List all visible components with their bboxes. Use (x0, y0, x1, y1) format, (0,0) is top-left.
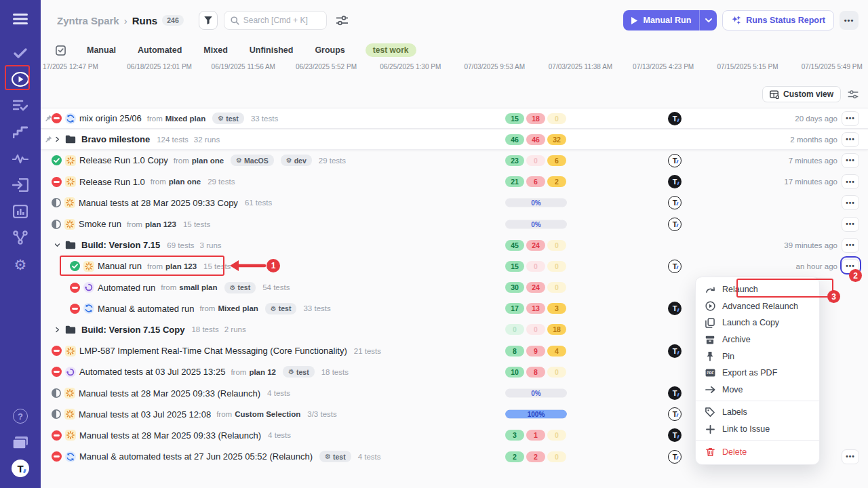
updated-time: 7 minutes ago (789, 150, 837, 171)
tab-mixed[interactable]: Mixed (193, 45, 238, 55)
tab-unfinished[interactable]: Unfinished (239, 45, 304, 55)
group-row[interactable]: Bravo milestone124 tests32 runs4646322 m… (41, 129, 868, 150)
user-avatar[interactable]: T (12, 460, 29, 477)
filter-button[interactable] (199, 11, 218, 30)
settings-gear-icon[interactable]: ⚙ (11, 255, 30, 274)
checks-icon[interactable] (11, 43, 30, 62)
stat-badge-red: 18 (526, 113, 545, 124)
menu-item-delete[interactable]: Delete (696, 443, 819, 460)
row-more-button[interactable]: ••• (842, 153, 859, 168)
run-stats: 0% (505, 220, 567, 228)
search-placeholder: Search [Cmd + K] (243, 16, 308, 25)
plus-icon (705, 425, 715, 434)
custom-view-button[interactable]: Custom view (762, 86, 841, 102)
menu-item-advanced-relaunch[interactable]: Advanced Relaunch (696, 298, 819, 315)
move-icon (705, 386, 715, 394)
configuration-badge: ⚙test (265, 303, 297, 314)
timeline-date: 17/2025 12:47 PM (43, 63, 98, 70)
menu-item-labels[interactable]: Labels (696, 404, 819, 421)
saved-filter-badge[interactable]: test work (366, 43, 416, 57)
row-more-button[interactable]: ••• (842, 111, 859, 126)
row-more-button[interactable]: ••• (842, 174, 859, 189)
menu-item-link-to-issue[interactable]: Link to Issue (696, 421, 819, 438)
run-stats: 1080 (505, 367, 566, 378)
help-icon[interactable]: ? (11, 407, 30, 426)
menu-item-label: Advanced Relaunch (722, 302, 798, 311)
status-failed-icon (52, 430, 62, 441)
run-row[interactable]: Release Run 1.0 Copyfromplan one⚙MacOS⚙d… (41, 150, 868, 171)
projects-icon[interactable] (11, 433, 30, 452)
chevron-right-icon[interactable] (52, 136, 62, 142)
run-type-manual-icon (64, 197, 75, 208)
folder-icon (65, 325, 76, 334)
stat-badge-yellow-f: 0 (547, 240, 566, 251)
row-more-button[interactable]: ••• (842, 217, 859, 232)
run-row[interactable]: Smoke runfromplan 12315 tests0%T••• (41, 214, 868, 235)
run-title: Manual run (98, 261, 142, 271)
run-row[interactable]: Manual tests at 28 Mar 2025 09:33 Copy61… (41, 192, 868, 214)
sign-in-icon[interactable] (11, 176, 30, 195)
menu-item-label: Archive (722, 335, 751, 344)
funnel-icon (203, 16, 213, 25)
menu-item-pin[interactable]: Pin (696, 348, 819, 365)
row-more-button[interactable]: ••• (842, 238, 859, 253)
search-input[interactable]: Search [Cmd + K] (224, 11, 327, 30)
run-stats: 464632 (505, 134, 566, 145)
stat-badge-yellow-f: 0 (547, 282, 566, 293)
menu-item-relaunch[interactable]: Relaunch (696, 281, 819, 298)
stat-badge-green: 3 (505, 430, 524, 441)
menu-item-archive[interactable]: Archive (696, 331, 819, 348)
assignee-avatar: T (668, 260, 682, 273)
run-title: Automated run (98, 283, 155, 293)
manual-run-dropdown[interactable] (699, 10, 717, 30)
row-more-button[interactable]: ••• (842, 449, 859, 464)
tests-count: 69 tests (167, 241, 194, 249)
progress-label: 100% (505, 410, 567, 419)
menu-item-export-as-pdf[interactable]: PDFExport as PDF (696, 365, 819, 382)
shared-steps-icon[interactable] (11, 123, 30, 142)
runs-status-report-button[interactable]: Runs Status Report (722, 10, 834, 30)
timeline-date: 07/03/2025 11:38 AM (549, 63, 612, 70)
header-more-button[interactable]: ••• (840, 11, 859, 30)
plan-name: plan 123 (165, 262, 197, 270)
view-settings-icon[interactable] (848, 90, 859, 99)
group-row[interactable]: Build: Version 7.1569 tests3 runs4524039… (41, 235, 868, 256)
chevron-right-icon[interactable] (52, 327, 62, 333)
select-all-icon[interactable] (54, 44, 66, 56)
stat-badge-yellow: 4 (547, 346, 566, 357)
row-more-button[interactable]: ••• (842, 195, 859, 210)
tab-automated[interactable]: Automated (127, 45, 193, 55)
tests-count: 4 tests (267, 389, 290, 397)
runs-count-badge: 246 (162, 15, 184, 26)
runs-play-icon[interactable] (11, 70, 30, 89)
plan-name: Custom Selection (235, 410, 300, 418)
copy-icon (705, 318, 715, 328)
adjustments-icon[interactable] (336, 16, 348, 26)
run-row[interactable]: Release Run 1.0fromplan one29 tests2162T… (41, 171, 868, 192)
manual-run-button[interactable]: Manual Run (623, 10, 717, 30)
tab-groups[interactable]: Groups (304, 45, 355, 55)
progress-label: 0% (505, 199, 567, 207)
integrations-icon[interactable] (11, 228, 30, 247)
run-row[interactable]: Manual runfromplan 12315 tests1500Tan ho… (41, 256, 868, 277)
test-cases-icon[interactable] (11, 96, 30, 115)
stat-badge-yellow-f: 0 (547, 451, 566, 462)
activity-icon[interactable] (11, 149, 30, 168)
sparkles-icon (731, 16, 741, 26)
plan-name: Mixed plan (218, 304, 258, 312)
row-more-button[interactable]: ••• (842, 132, 859, 147)
run-title: Smoke run (79, 219, 121, 229)
gear-icon: ⚙ (236, 157, 242, 164)
tab-manual[interactable]: Manual (76, 45, 127, 55)
menu-item-launch-a-copy[interactable]: Launch a Copy (696, 314, 819, 331)
breadcrumb-project[interactable]: Zyntra Spark (57, 15, 119, 26)
run-title: Bravo milestone (81, 134, 150, 144)
row-more-button-active[interactable]: ••• (842, 259, 859, 274)
status-failed-icon (52, 346, 62, 356)
menu-item-move[interactable]: Move (696, 382, 819, 399)
hamburger-menu-icon[interactable] (11, 9, 30, 28)
run-row[interactable]: mix origin 25/06fromMixed plan⚙test33 te… (41, 108, 868, 129)
menu-item-label: Delete (722, 447, 747, 457)
chevron-down-icon[interactable] (52, 242, 62, 248)
reports-icon[interactable] (11, 202, 30, 221)
